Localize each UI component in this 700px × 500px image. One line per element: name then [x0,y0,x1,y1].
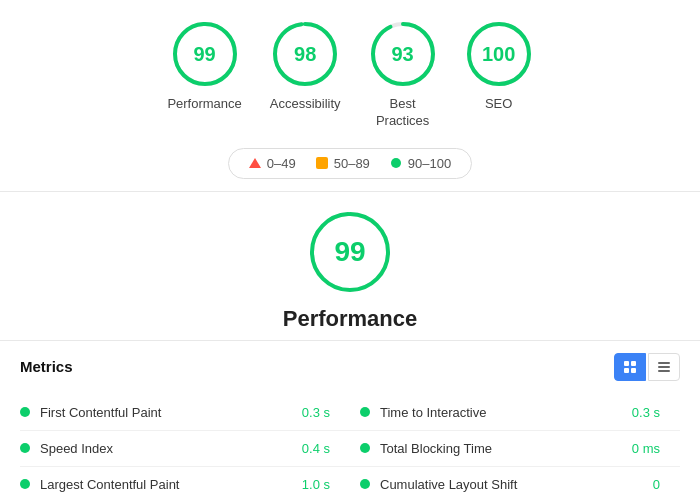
legend-average: 50–89 [316,156,370,171]
metric-name-cls: Cumulative Layout Shift [380,477,643,492]
metric-value-cls: 0 [653,477,660,492]
score-label-seo: SEO [485,96,512,113]
view-toggle [614,353,680,381]
score-item-performance: 99 Performance [167,20,241,113]
grid-icon [623,360,637,374]
metric-name-lcp: Largest Contentful Paint [40,477,292,492]
score-circles: 99 Performance 98 Accessibility 93 [167,20,532,130]
score-value-performance: 99 [193,43,215,66]
svg-rect-13 [631,368,636,373]
metric-row-cls: Cumulative Layout Shift 0 [350,467,680,500]
performance-title: Performance [283,306,418,332]
metric-value-lcp: 1.0 s [302,477,330,492]
metric-name-si: Speed Index [40,441,292,456]
score-label-best-practices: BestPractices [376,96,429,130]
legend-fail-range: 0–49 [267,156,296,171]
metric-value-si: 0.4 s [302,441,330,456]
metric-row-si: Speed Index 0.4 s [20,431,350,467]
pass-icon [390,157,402,169]
metric-value-fcp: 0.3 s [302,405,330,420]
metric-name-tti: Time to Interactive [380,405,622,420]
circle-performance: 99 [171,20,239,88]
metric-dot-tbt [360,443,370,453]
score-label-accessibility: Accessibility [270,96,341,113]
metric-dot-si [20,443,30,453]
circle-best-practices: 93 [369,20,437,88]
legend-fail: 0–49 [249,156,296,171]
list-view-button[interactable] [648,353,680,381]
score-value-best-practices: 93 [391,43,413,66]
circle-seo: 100 [465,20,533,88]
metric-row-lcp: Largest Contentful Paint 1.0 s [20,467,350,500]
svg-rect-16 [658,370,670,372]
svg-rect-12 [624,368,629,373]
score-label-performance: Performance [167,96,241,113]
metric-name-tbt: Total Blocking Time [380,441,622,456]
metrics-title: Metrics [20,358,73,375]
legend-pass-range: 90–100 [408,156,451,171]
metrics-header: Metrics [20,353,680,381]
svg-rect-15 [658,366,670,368]
grid-view-button[interactable] [614,353,646,381]
metrics-grid: First Contentful Paint 0.3 s Time to Int… [20,395,680,500]
big-circle: 99 [306,208,394,296]
score-item-accessibility: 98 Accessibility [270,20,341,113]
legend-pass: 90–100 [390,156,451,171]
svg-rect-11 [631,361,636,366]
score-value-accessibility: 98 [294,43,316,66]
top-section: 99 Performance 98 Accessibility 93 [0,0,700,192]
bottom-section: Metrics First Contentful Paint 0.3 s [0,341,700,500]
score-item-best-practices: 93 BestPractices [369,20,437,130]
metric-value-tti: 0.3 s [632,405,660,420]
circle-accessibility: 98 [271,20,339,88]
middle-section: 99 Performance [0,192,700,341]
legend: 0–49 50–89 90–100 [228,148,472,179]
score-value-seo: 100 [482,43,515,66]
list-icon [657,360,671,374]
big-score-value: 99 [334,236,365,268]
metric-row-tti: Time to Interactive 0.3 s [350,395,680,431]
metric-row-fcp: First Contentful Paint 0.3 s [20,395,350,431]
metric-dot-lcp [20,479,30,489]
metric-name-fcp: First Contentful Paint [40,405,292,420]
score-item-seo: 100 SEO [465,20,533,113]
svg-rect-14 [658,362,670,364]
svg-rect-10 [624,361,629,366]
metric-dot-tti [360,407,370,417]
metric-dot-cls [360,479,370,489]
metric-dot-fcp [20,407,30,417]
average-icon [316,157,328,169]
metric-row-tbt: Total Blocking Time 0 ms [350,431,680,467]
fail-icon [249,157,261,169]
metric-value-tbt: 0 ms [632,441,660,456]
legend-average-range: 50–89 [334,156,370,171]
